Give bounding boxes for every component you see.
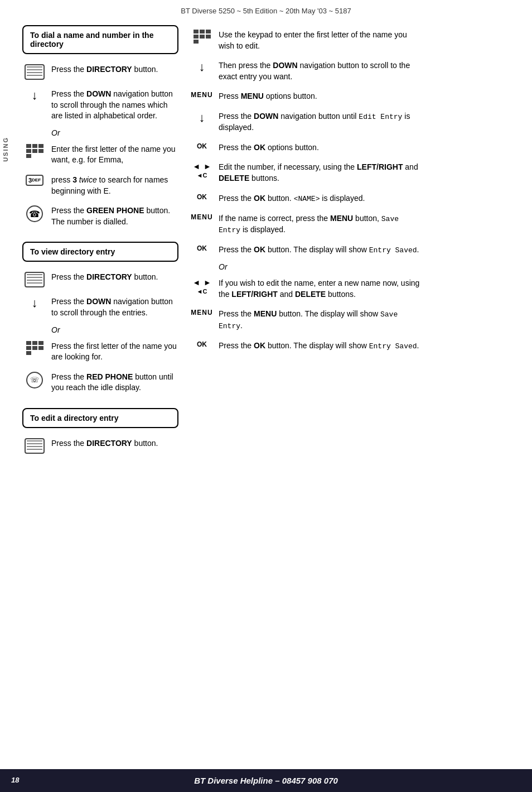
section2-box: To view directory entry <box>22 242 178 262</box>
step-keypad-2: Press the first letter of the name you a… <box>22 341 178 363</box>
red-phone-icon-1: ☏ <box>22 372 47 388</box>
right-step-ok-3: OK Press the OK button. The display will… <box>190 244 424 256</box>
directory-icon-2 <box>22 272 47 287</box>
step-down-1: ↓ Press the DOWN navigation button to sc… <box>22 89 178 122</box>
right-step-menu-3: MENU Press the MENU button. The display … <box>190 309 424 331</box>
page-number: 18 <box>11 776 19 784</box>
step-directory-2: Press the DIRECTORY button. <box>22 272 178 287</box>
step-red-phone-1: ☏ Press the RED PHONE button until you r… <box>22 372 178 393</box>
step-key3-1: 3DEF press 3 twice to search for names b… <box>22 175 178 196</box>
page-header: BT Diverse 5250 ~ 5th Edition ~ 20th May… <box>0 0 532 20</box>
right-step-ok-2: OK Press the OK button. <NAME> is displa… <box>190 193 424 204</box>
right-step-ok-1: OK Press the OK options button. <box>190 142 424 153</box>
page-footer: BT Diverse Helpline – 08457 908 070 18 <box>0 769 532 792</box>
or-text-r: Or <box>219 262 424 271</box>
menu-icon-r3: MENU <box>190 309 214 316</box>
menu-icon-r1: MENU <box>190 91 214 99</box>
section1-box: To dial a name and number in the directo… <box>22 25 178 54</box>
step-directory-3: Press the DIRECTORY button. <box>22 438 178 454</box>
right-step-menu-1: MENU Press MENU options button. <box>190 91 424 102</box>
right-step-down-2: ↓ Press the DOWN navigation button until… <box>190 111 424 133</box>
directory-icon-1 <box>22 64 47 80</box>
down-arrow-icon-1: ↓ <box>22 89 47 102</box>
down-arrow-icon-2: ↓ <box>22 296 47 310</box>
step-directory-1: Press the DIRECTORY button. <box>22 64 178 80</box>
keypad-icon-r1 <box>190 30 214 44</box>
step-green-phone-1: ☎ Press the GREEN PHONE button. The numb… <box>22 205 178 227</box>
ok-icon-r1: OK <box>190 142 214 150</box>
section2-title: To view directory entry <box>30 247 171 256</box>
lr-arrows-icon-r2: ◄► ◄C <box>190 278 214 295</box>
right-step-menu-2: MENU If the name is correct, press the M… <box>190 213 424 236</box>
keypad-icon-1 <box>22 144 47 158</box>
right-step-keypad-1: Use the keypad to enter the first letter… <box>190 30 424 51</box>
right-step-lr-2: ◄► ◄C If you wish to edit the name, ente… <box>190 278 424 300</box>
right-step-down-1: ↓ Then press the DOWN navigation button … <box>190 60 424 82</box>
ok-icon-r4: OK <box>190 340 214 348</box>
green-phone-icon-1: ☎ <box>22 205 47 222</box>
or-text-2: Or <box>51 325 178 334</box>
down-arrow-icon-r1: ↓ <box>190 60 214 74</box>
step-keypad-1: Enter the first letter of the name you w… <box>22 144 178 166</box>
down-arrow-icon-r2: ↓ <box>190 111 214 124</box>
ok-icon-r3: OK <box>190 244 214 252</box>
left-column: To dial a name and number in the directo… <box>11 20 184 464</box>
lr-arrows-icon-r1: ◄► ◄C <box>190 162 214 179</box>
section3-title: To edit a directory entry <box>30 414 171 423</box>
footer-text: BT Diverse Helpline – 08457 908 070 <box>194 776 338 785</box>
section1-title: To dial a name and number in the directo… <box>30 31 171 49</box>
right-step-ok-4: OK Press the OK button. The display will… <box>190 340 424 352</box>
directory-icon-3 <box>22 438 47 454</box>
key3-icon-1: 3DEF <box>22 175 47 186</box>
right-step-lr-1: ◄► ◄C Edit the number, if necessary, usi… <box>190 162 424 184</box>
step-down-2: ↓ Press the DOWN navigation button to sc… <box>22 296 178 318</box>
keypad-icon-2 <box>22 341 47 355</box>
section3-box: To edit a directory entry <box>22 408 178 428</box>
or-text-1: Or <box>51 128 178 137</box>
sidebar-label: USING <box>0 131 11 167</box>
right-column: Use the keypad to enter the first letter… <box>184 20 429 464</box>
ok-icon-r2: OK <box>190 193 214 201</box>
menu-icon-r2: MENU <box>190 213 214 221</box>
